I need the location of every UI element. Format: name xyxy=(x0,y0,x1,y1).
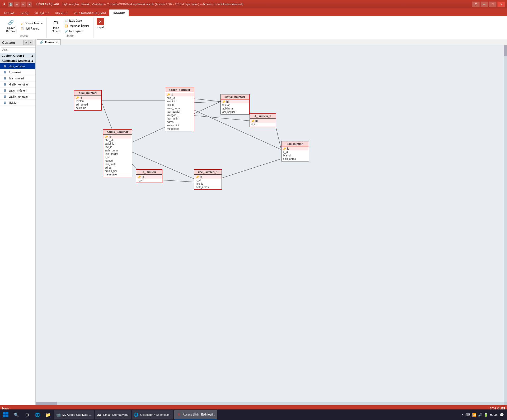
table-satici-musteri[interactable]: satici_müsteri 🔑id telefon aciklama adi_… xyxy=(220,94,250,114)
taskbar-edge-btn[interactable]: 🌐 xyxy=(33,410,42,419)
sidebar-item-kiralik-konutlar[interactable]: ⊞ kiralik_konutlar xyxy=(0,82,35,88)
taskbar-folder-btn[interactable]: 📁 xyxy=(43,410,53,419)
taskbar: 🔍 ⊞ 🌐 📁 📹 My Adobe Captivate ... 🏘 Emlak… xyxy=(0,409,507,420)
field-kiralik-satis-durum: satis_durum xyxy=(165,107,194,110)
ribbon-group-iliskiler: 🗃 TabloGöster 📊 Tablo Gizle 🔀 Doğrudan İ… xyxy=(48,17,93,38)
iliskiler-tab-close[interactable]: ✕ xyxy=(56,41,58,44)
ribbon-group-araclar: 🔗 İlişkileriDüzenle 🧹 Düzeni Temizle 📋 İ… xyxy=(2,17,47,38)
ribbon-tab-bar: DOSYA GİRİŞ OLUŞTUR DIŞ VERİ VERİTABANI … xyxy=(0,8,507,16)
table-kiralik-konutlar[interactable]: kiralik_konutlar 🔑id alici_id satici_id … xyxy=(165,87,194,131)
table-ilce-isimleri[interactable]: ilce_isimleri 🔑id il_id ilce_id acik_adr… xyxy=(281,141,309,161)
app-icon: A xyxy=(2,2,6,6)
tray-speaker-icon[interactable]: 🔊 xyxy=(478,413,482,417)
ribbon: DOSYA GİRİŞ OLUŞTUR DIŞ VERİ VERİTABANI … xyxy=(0,8,507,39)
sidebar-item-iliskiler[interactable]: ⊞ iliskiler xyxy=(0,100,35,106)
search-bar: 🔍 xyxy=(0,46,35,53)
dogrudan-iliskiler-btn[interactable]: 🔀 Doğrudan İlişkiler xyxy=(63,24,91,28)
tab-giris[interactable]: GİRİŞ xyxy=(17,9,32,16)
iliskileri-duzenle-icon: 🔗 xyxy=(7,19,15,26)
notification-icon[interactable]: 💬 xyxy=(500,413,504,417)
taskbar-task-view[interactable]: ⊞ xyxy=(22,410,32,419)
table-icon-il: ⊞ xyxy=(3,70,7,74)
gelecek-label: Geleceğin Yazılımcılar... xyxy=(140,413,171,416)
tablo-gizle-label: Tablo Gizle xyxy=(69,19,82,22)
table-il-isimleri-1[interactable]: il_isimleri_1 🔑id il_id xyxy=(250,113,276,127)
qa-more-btn[interactable]: ▼ xyxy=(27,2,32,7)
sidebar-controls: ⚙ « xyxy=(23,40,33,45)
svg-line-7 xyxy=(161,180,194,182)
unassigned-header[interactable]: Atanmamış Nesneler ▲ xyxy=(0,58,35,63)
pk-icon-s: 🔑 xyxy=(222,101,225,103)
alici-musteri-body: 🔑id telefon adi_soyadi aciklama xyxy=(74,96,101,110)
tab-olustur[interactable]: OLUŞTUR xyxy=(32,9,52,16)
taskbar-search-btn[interactable]: 🔍 xyxy=(12,410,21,419)
tum-iliskiler-icon: 🔗 xyxy=(64,30,68,33)
ribbon-group-araclar-items: 🔗 İlişkileriDüzenle 🧹 Düzeni Temizle 📋 İ… xyxy=(4,18,44,34)
tablo-gizle-btn[interactable]: 📊 Tablo Gizle xyxy=(63,18,91,23)
tablo-gizle-icon: 📊 xyxy=(64,19,68,22)
satici-musteri-body: 🔑id telefon aciklama adi_soyadi xyxy=(221,99,249,114)
tray-arrow-icon[interactable]: ∧ xyxy=(461,413,464,417)
iliskileri-duzenle-btn[interactable]: 🔗 İlişkileriDüzenle xyxy=(4,18,18,34)
quick-access-toolbar: 💾 ↩ ↪ ▼ xyxy=(8,2,32,7)
tab-veritabani-araclari[interactable]: VERİTABANI ARAÇLARI xyxy=(71,9,109,16)
kapat-label: Kapat xyxy=(97,26,104,29)
scrollbar-horizontal[interactable] xyxy=(36,402,504,405)
tab-dosya[interactable]: DOSYA xyxy=(1,9,17,16)
il-isimleri-body: 🔑id il_id xyxy=(136,175,162,183)
sidebar-item-ilce-isimleri[interactable]: ⊞ ilce_isimleri xyxy=(0,75,35,82)
save-quick-btn[interactable]: 💾 xyxy=(8,2,13,7)
iliski-raporu-btn[interactable]: 📋 İlişki Raporu xyxy=(19,26,45,31)
field-kiralik-alici-id: alici_id xyxy=(165,96,194,100)
table-icon-alici: ⊞ xyxy=(3,64,7,68)
taskbar-access-btn[interactable]: A Access (Ürün Etkinleşti... xyxy=(174,410,217,419)
sidebar-item-il-isimleri[interactable]: ⊞ il_isimleri xyxy=(0,69,35,75)
undo-btn[interactable]: ↩ xyxy=(14,2,20,7)
sidebar-configure-btn[interactable]: ⚙ xyxy=(23,40,28,45)
maximize-btn[interactable]: □ xyxy=(489,2,496,7)
sidebar-item-satilik-konutlar[interactable]: ⊞ satilik_konutlar xyxy=(0,94,35,100)
taskbar-gelecek-btn[interactable]: 🌐 Geleceğin Yazılımcılar... xyxy=(132,410,173,419)
taskbar-captivate-btn[interactable]: 📹 My Adobe Captivate ... xyxy=(54,410,94,419)
tum-iliskiler-btn[interactable]: 🔗 Tüm İlişkiler xyxy=(63,29,91,34)
tray-keyboard-icon[interactable]: ⌨ xyxy=(466,413,471,417)
tab-iliskiler[interactable]: 🔗 İlişkiler ✕ xyxy=(37,39,61,45)
sidebar-item-satici-musteri[interactable]: ⊞ satici_müsteri xyxy=(0,88,35,94)
sidebar-item-label-il: il_isimleri xyxy=(9,71,21,74)
custom-group-1-header[interactable]: Custom Group 1 ▲ xyxy=(0,53,35,58)
minimize-btn[interactable]: ─ xyxy=(481,2,488,7)
sidebar: Custom ⚙ « 🔍 Custom Group 1 ▲ Atanmamış … xyxy=(0,39,36,405)
table-satilik-konutlar[interactable]: satilik_konutlar 🔑id alici_id satici_id … xyxy=(103,129,132,177)
duzeni-temizle-icon: 🧹 xyxy=(21,22,24,25)
tab-dis-veri[interactable]: DIŞ VERİ xyxy=(52,9,71,16)
sidebar-item-alici-musteri[interactable]: ⊞ alici_müsteri xyxy=(0,63,35,69)
field-satilik-alici-id: alici_id xyxy=(103,139,132,142)
tray-network-icon[interactable]: 📶 xyxy=(472,413,476,417)
sidebar-item-label-satilik: satilik_konutlar xyxy=(9,95,28,98)
tab-tasarim[interactable]: TASARIM xyxy=(109,9,128,16)
redo-btn[interactable]: ↪ xyxy=(21,2,26,7)
scrollbar-corner xyxy=(504,402,507,405)
scrollbar-vertical[interactable] xyxy=(504,45,507,405)
kapat-btn[interactable]: ✕ xyxy=(97,18,104,25)
tray-battery-icon[interactable]: 🔋 xyxy=(484,413,488,417)
close-btn[interactable]: ✕ xyxy=(497,2,505,7)
sidebar-collapse-btn[interactable]: « xyxy=(29,40,33,45)
tablo-goster-btn[interactable]: 🗃 TabloGöster xyxy=(50,18,62,34)
search-input[interactable] xyxy=(1,47,36,52)
tablo-goster-icon: 🗃 xyxy=(52,19,59,26)
taskbar-emlak-btn[interactable]: 🏘 Emlak Otomasyonu xyxy=(95,410,131,419)
table-alici-musteri[interactable]: alici_müsteri 🔑id telefon adi_soyadi aci… xyxy=(74,90,102,111)
field-kiralik-id: 🔑id xyxy=(165,93,194,96)
il-isimleri-1-header: il_isimleri_1 xyxy=(250,114,276,119)
table-ilce-isimleri-1[interactable]: ilce_isimleri_1 🔑id il_id ilce_id acik_a… xyxy=(194,169,222,190)
duzeni-temizle-btn[interactable]: 🧹 Düzeni Temizle xyxy=(19,21,45,26)
table-il-isimleri[interactable]: il_isimleri 🔑id il_id xyxy=(136,169,162,183)
satici-musteri-header: satici_müsteri xyxy=(221,94,249,99)
start-button[interactable] xyxy=(1,410,11,419)
help-btn[interactable]: ? xyxy=(472,2,480,7)
iliski-raporu-label: İlişki Raporu xyxy=(25,27,39,30)
field-satici-telefon: telefon xyxy=(221,103,249,107)
field-satici-id: 🔑id xyxy=(221,100,249,103)
sidebar-title: Custom xyxy=(2,41,15,45)
